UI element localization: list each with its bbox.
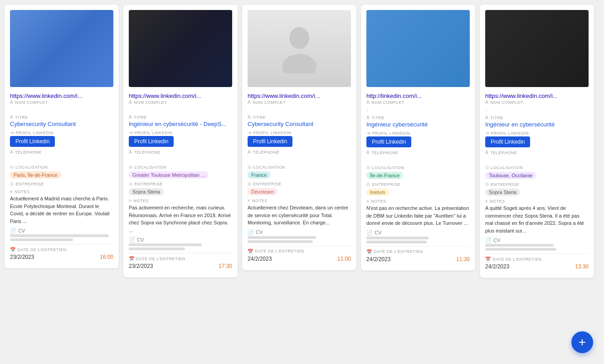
date-entretien-group-4: 📅 DATE DE L'ENTRETIEN 24/2/2023 11:30: [366, 249, 470, 262]
text-icon-tel: A: [366, 150, 370, 155]
notes-group-1: ≡ NOTES Actuellement à Madrid mais cherc…: [10, 189, 113, 225]
cv-line: [10, 238, 73, 241]
svg-point-0: [289, 27, 309, 49]
date-time-2: 23/2/2023 17:30: [129, 263, 232, 269]
localisation-tag-1: Paris, Île-de-France: [10, 171, 61, 179]
building-icon: ⊙: [248, 181, 252, 186]
cv-lines-5: [485, 244, 589, 251]
notes-icon: ≡: [129, 198, 132, 203]
cv-line: [10, 234, 109, 237]
divider-3: [248, 246, 351, 246]
notes-text-2: Pas activement en recherche, mais curieu…: [129, 204, 232, 234]
entreprise-tag-4: Inetum: [366, 189, 389, 196]
nom-complet-group-1: A NOM COMPLET: [10, 100, 113, 112]
notes-icon: ≡: [10, 189, 13, 194]
building-icon: ⊙: [129, 181, 133, 186]
profil-linkedin-btn-4[interactable]: Profil Linkedin: [366, 136, 411, 147]
cv-lines-4: [366, 237, 470, 243]
cv-icon: 📄: [485, 237, 492, 243]
date-entretien-group-3: 📅 DATE DE L'ENTRETIEN 24/2/2023 11:00: [248, 249, 351, 262]
entreprise-tag-5: Sopra Steria: [485, 189, 520, 196]
titre-value-2: Ingénieur en cybersécurité - DeepS...: [129, 121, 232, 127]
linkedin-url-2[interactable]: https://www.linkedin.com/i...: [129, 92, 201, 99]
time-value-1: 16:00: [100, 254, 113, 260]
location-icon: ⊙: [129, 165, 133, 170]
cv-line: [485, 244, 554, 247]
linkedin-url-4[interactable]: http://linkedin.com/i...: [366, 92, 422, 99]
nom-complet-group-5: A NOM COMPLET .: [485, 100, 589, 112]
localisation-tag-5: Toulouse, Occitanie: [485, 172, 536, 179]
telephone-group-2: A TÉLÉPHONE: [129, 150, 232, 162]
cv-icon: 📄: [129, 237, 135, 243]
svg-point-1: [282, 54, 317, 73]
notes-text-3: Actuellement chez Devoteam, dans un cent…: [248, 204, 351, 227]
cv-row-5: 📄 CV: [485, 237, 589, 243]
divider-1: [10, 244, 113, 244]
text-icon: A: [10, 100, 13, 105]
text-icon: A: [485, 100, 488, 105]
telephone-group-1: A TÉLÉPHONE: [10, 150, 113, 162]
linkedin-icon: ⇥: [10, 130, 14, 135]
calendar-icon: 📅: [10, 247, 16, 252]
localisation-tag-4: Île-de-France: [366, 172, 403, 179]
telephone-value-3: [248, 155, 351, 162]
linkedin-group-3: ⇥ PROFIL LINKEDIN Profil Linkedin: [248, 130, 351, 147]
date-value-1: 23/2/2023: [10, 254, 34, 260]
localisation-group-5: ⊙ LOCALISATION Toulouse, Occitanie: [485, 165, 589, 179]
telephone-value-2: [129, 155, 232, 162]
date-entretien-group-1: 📅 DATE DE L'ENTRETIEN 23/2/2023 16:00: [10, 247, 113, 260]
time-value-3: 11:00: [337, 256, 351, 262]
localisation-group-4: ⊙ LOCALISATION Île-de-France: [366, 165, 470, 179]
profil-linkedin-btn-2[interactable]: Profil Linkedin: [129, 136, 174, 147]
fab-add-button[interactable]: +: [571, 331, 593, 353]
cv-line: [248, 240, 313, 243]
linkedin-icon: ⇥: [366, 131, 370, 136]
notes-text-5: A quitté Sogeti après 4 ans. Vient de co…: [485, 204, 589, 234]
cards-container: https://www.linkedin.com/i... A NOM COMP…: [5, 5, 604, 364]
profil-linkedin-btn-3[interactable]: Profil Linkedin: [248, 136, 292, 147]
time-value-2: 17:30: [219, 263, 232, 269]
calendar-icon: 📅: [129, 256, 135, 261]
card-5: https://www.linkedin.com/i... A NOM COMP…: [480, 5, 594, 278]
notes-group-2: ≡ NOTES Pas activement en recherche, mai…: [129, 198, 232, 234]
linkedin-icon: ⇥: [485, 131, 489, 136]
text-icon-titre: A: [248, 115, 251, 120]
titre-value-5: Ingénieur en cybersécurité: [485, 121, 589, 128]
titre-value-1: Cybersecurity Consultant: [10, 121, 113, 127]
linkedin-url-1[interactable]: https://www.linkedin.com/i...: [10, 92, 83, 99]
nom-complet-value-5: .: [485, 106, 589, 112]
cv-row-4: 📄 CV: [366, 230, 470, 236]
text-icon-titre: A: [129, 115, 132, 120]
localisation-group-1: ⊙ LOCALISATION Paris, Île-de-France: [10, 165, 113, 179]
cv-line: [129, 243, 202, 246]
localisation-group-2: ⊙ LOCALISATION Greater Toulouse Metropol…: [129, 165, 232, 179]
building-icon: ⊙: [366, 182, 370, 187]
card-3: https://www.linkedin.com/i... A NOM COMP…: [242, 5, 356, 270]
titre-group-2: A TITRE Ingénieur en cybersécurité - Dee…: [129, 115, 232, 127]
date-time-5: 24/2/2023 13:30: [485, 263, 589, 270]
text-icon-tel: A: [248, 150, 251, 155]
date-time-4: 24/2/2023 11:30: [366, 256, 470, 262]
profil-linkedin-btn-1[interactable]: Profil Linkedin: [10, 136, 55, 147]
titre-value-3: Cybersecurity Consultant: [248, 121, 351, 127]
linkedin-url-3[interactable]: https://www.linkedin.com/i...: [248, 92, 320, 99]
linkedin-icon: ⇥: [248, 130, 252, 135]
text-icon: A: [129, 100, 132, 105]
entreprise-group-3: ⊙ ENTREPRISE Devoteam: [248, 181, 351, 195]
titre-value-4: Ingénieur cybersécurité: [366, 121, 470, 128]
text-icon: A: [366, 100, 370, 105]
cv-line: [485, 248, 556, 251]
calendar-icon: 📅: [248, 249, 253, 254]
linkedin-icon: ⇥: [129, 130, 133, 135]
telephone-value-1: [10, 155, 113, 162]
nom-complet-group-2: A NOM COMPLET: [129, 100, 232, 112]
linkedin-url-5[interactable]: https://www.linkedin.com/i...: [485, 92, 558, 99]
telephone-group-3: A TÉLÉPHONE: [248, 150, 351, 162]
location-icon: ⊙: [10, 165, 14, 170]
profil-linkedin-btn-5[interactable]: Profil Linkedin: [485, 136, 530, 147]
date-time-3: 24/2/2023 11:00: [248, 256, 351, 262]
text-icon-tel: A: [129, 150, 132, 155]
titre-group-4: A TITRE Ingénieur cybersécurité: [366, 115, 470, 128]
cv-line: [248, 236, 316, 239]
card-1: https://www.linkedin.com/i... A NOM COMP…: [5, 5, 119, 268]
